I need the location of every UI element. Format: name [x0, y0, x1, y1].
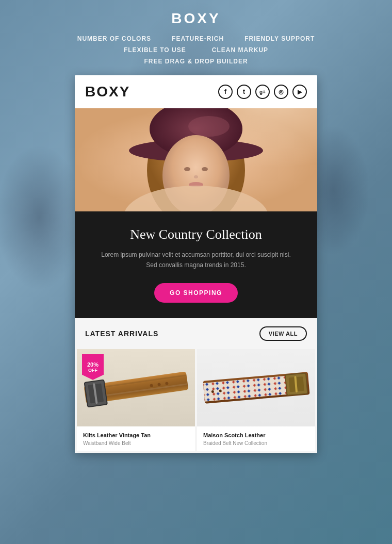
feature-flexible: FLEXIBLE TO USE: [124, 46, 186, 54]
email-logo: BOXY: [85, 84, 130, 100]
site-header: BOXY NUMBER OF COLORS FEATURE-RICH FRIEN…: [67, 10, 325, 65]
facebook-icon[interactable]: f: [218, 85, 233, 99]
twitter-icon[interactable]: t: [237, 85, 251, 99]
svg-point-7: [202, 167, 208, 171]
hero-description: Lorem ipsum pulvinar velit et accumsan p…: [95, 250, 297, 271]
feature-builder: FREE DRAG & DROP BUILDER: [144, 58, 248, 65]
discount-off-1: OFF: [88, 368, 97, 373]
discount-pct-1: 20%: [87, 361, 99, 368]
feature-colors: NUMBER OF COLORS: [77, 35, 151, 42]
products-grid: 20% OFF: [75, 349, 317, 453]
product-card-2[interactable]: Maison Scotch Leather Braided Belt New C…: [197, 349, 315, 451]
svg-point-6: [184, 167, 190, 171]
discount-badge-1: 20% OFF: [82, 354, 104, 380]
feature-support: FRIENDLY SUPPORT: [244, 35, 315, 42]
svg-point-11: [188, 116, 230, 137]
social-icons-row: f t g+ ◎ ▶: [218, 85, 307, 99]
belt-svg-2: [200, 357, 313, 419]
feature-markup: CLEAN MARKUP: [212, 46, 268, 54]
hero-svg: [75, 108, 317, 211]
hero-title: New Country Collection: [95, 227, 297, 242]
product-image-1: 20% OFF: [77, 349, 195, 426]
svg-rect-26: [203, 376, 287, 402]
product-card-1[interactable]: 20% OFF: [77, 349, 195, 451]
svg-point-8: [194, 175, 198, 178]
site-title: BOXY: [77, 10, 315, 27]
product-image-2: [197, 349, 315, 426]
view-all-button[interactable]: VIEW ALL: [259, 326, 307, 341]
product-info-1: Kilts Leather Vintage Tan Waistband Wide…: [77, 426, 195, 451]
googleplus-icon[interactable]: g+: [255, 85, 270, 99]
hero-text-block: New Country Collection Lorem ipsum pulvi…: [75, 211, 317, 318]
email-header: BOXY f t g+ ◎ ▶: [75, 75, 317, 108]
youtube-icon[interactable]: ▶: [292, 85, 307, 99]
hero-image: [75, 108, 317, 211]
product-info-2: Maison Scotch Leather Braided Belt New C…: [197, 426, 315, 451]
features-row-3: FREE DRAG & DROP BUILDER: [77, 58, 315, 65]
go-shopping-button[interactable]: GO SHOPPING: [154, 283, 238, 303]
instagram-icon[interactable]: ◎: [274, 85, 288, 99]
features-row-2: FLEXIBLE TO USE CLEAN MARKUP: [77, 46, 315, 54]
latest-arrivals-header: LATEST ARRIVALS VIEW ALL: [75, 318, 317, 349]
section-title: LATEST ARRIVALS: [85, 329, 158, 338]
product-sub-1: Waistband Wide Belt: [83, 440, 189, 446]
product-name-2: Maison Scotch Leather: [203, 432, 309, 439]
features-row-1: NUMBER OF COLORS FEATURE-RICH FRIENDLY S…: [77, 35, 315, 42]
product-sub-2: Braided Belt New Collection: [203, 440, 309, 446]
feature-rich: FEATURE-RICH: [172, 35, 224, 42]
page-wrapper: BOXY NUMBER OF COLORS FEATURE-RICH FRIEN…: [0, 0, 392, 544]
email-card: BOXY f t g+ ◎ ▶: [75, 75, 317, 453]
product-name-1: Kilts Leather Vintage Tan: [83, 432, 189, 439]
